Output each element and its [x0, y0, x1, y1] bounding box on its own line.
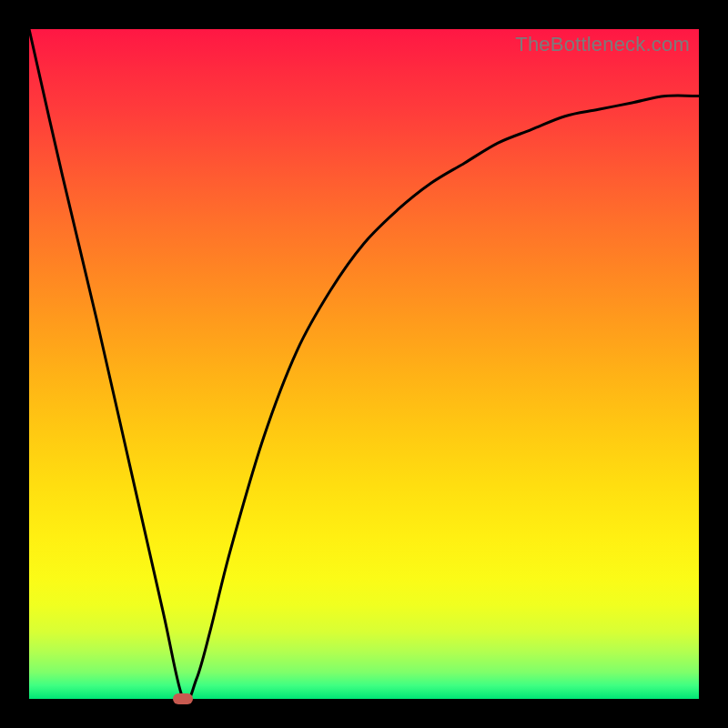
bottleneck-curve	[29, 29, 699, 699]
curve-svg	[29, 29, 699, 699]
chart-frame: TheBottleneck.com	[0, 0, 728, 728]
optimal-point-marker	[173, 693, 193, 704]
plot-area: TheBottleneck.com	[29, 29, 699, 699]
